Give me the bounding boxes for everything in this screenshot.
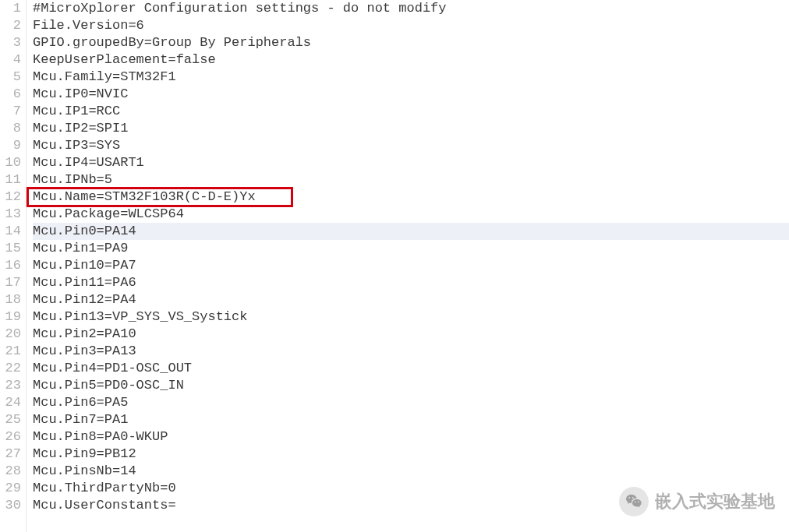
line-number: 28 [0,463,21,480]
line-number: 11 [0,171,21,188]
line-number: 16 [0,257,21,274]
code-line[interactable]: Mcu.Pin8=PA0-WKUP [33,428,789,446]
line-number: 1 [0,0,21,17]
line-number: 5 [0,69,21,86]
code-line[interactable]: Mcu.IP4=USART1 [33,154,789,171]
code-editor[interactable]: 1234567891011121314151617181920212223242… [0,0,789,532]
line-number: 10 [0,154,21,171]
code-line[interactable]: KeepUserPlacement=false [33,51,789,69]
code-line[interactable]: Mcu.Family=STM32F1 [33,69,789,86]
code-line[interactable]: Mcu.Pin0=PA14 [33,223,789,240]
code-line[interactable]: GPIO.groupedBy=Group By Peripherals [33,34,789,51]
code-line[interactable]: Mcu.UserConstants= [33,497,789,514]
line-number: 20 [0,326,21,343]
code-line[interactable]: Mcu.Pin2=PA10 [33,326,789,343]
line-number: 14 [0,223,21,240]
code-line[interactable]: File.Version=6 [33,17,789,34]
code-line[interactable]: Mcu.IP2=SPI1 [33,120,789,137]
line-number: 25 [0,411,21,428]
code-line[interactable]: Mcu.Pin10=PA7 [33,257,789,274]
code-line[interactable]: Mcu.Pin13=VP_SYS_VS_Systick [33,308,789,326]
line-number-gutter: 1234567891011121314151617181920212223242… [0,0,27,532]
code-line[interactable]: Mcu.Pin9=PB12 [33,446,789,463]
code-line[interactable]: Mcu.Pin1=PA9 [33,240,789,257]
line-number: 15 [0,240,21,257]
line-number: 9 [0,137,21,154]
line-number: 12 [0,188,21,206]
line-number: 8 [0,120,21,137]
line-number: 24 [0,394,21,411]
line-number: 27 [0,446,21,463]
code-line[interactable]: Mcu.IP1=RCC [33,103,789,120]
line-number: 4 [0,51,21,69]
code-line[interactable]: #MicroXplorer Configuration settings - d… [33,0,789,17]
line-number: 18 [0,291,21,308]
line-number: 17 [0,274,21,291]
code-line[interactable]: Mcu.Pin3=PA13 [33,343,789,360]
code-line[interactable]: Mcu.ThirdPartyNb=0 [33,480,789,497]
line-number: 3 [0,34,21,51]
line-number: 29 [0,480,21,497]
line-number: 21 [0,343,21,360]
code-line[interactable]: Mcu.Pin12=PA4 [33,291,789,308]
code-line[interactable]: Mcu.IPNb=5 [33,171,789,188]
code-content[interactable]: #MicroXplorer Configuration settings - d… [27,0,789,532]
line-number: 13 [0,206,21,223]
line-number: 30 [0,497,21,514]
line-number: 2 [0,17,21,34]
line-number: 6 [0,86,21,103]
line-number: 19 [0,308,21,326]
code-line[interactable]: Mcu.PinsNb=14 [33,463,789,480]
line-number: 22 [0,360,21,377]
code-line[interactable]: Mcu.IP3=SYS [33,137,789,154]
code-line[interactable]: Mcu.Pin7=PA1 [33,411,789,428]
code-line[interactable]: Mcu.IP0=NVIC [33,86,789,103]
code-line[interactable]: Mcu.Pin4=PD1-OSC_OUT [33,360,789,377]
code-line[interactable]: Mcu.Pin11=PA6 [33,274,789,291]
line-number: 26 [0,428,21,446]
code-line[interactable]: Mcu.Name=STM32F103R(C-D-E)Yx [33,188,789,206]
code-line[interactable]: Mcu.Pin6=PA5 [33,394,789,411]
code-line[interactable]: Mcu.Package=WLCSP64 [33,206,789,223]
code-line[interactable]: Mcu.Pin5=PD0-OSC_IN [33,377,789,394]
line-number: 23 [0,377,21,394]
line-number: 7 [0,103,21,120]
